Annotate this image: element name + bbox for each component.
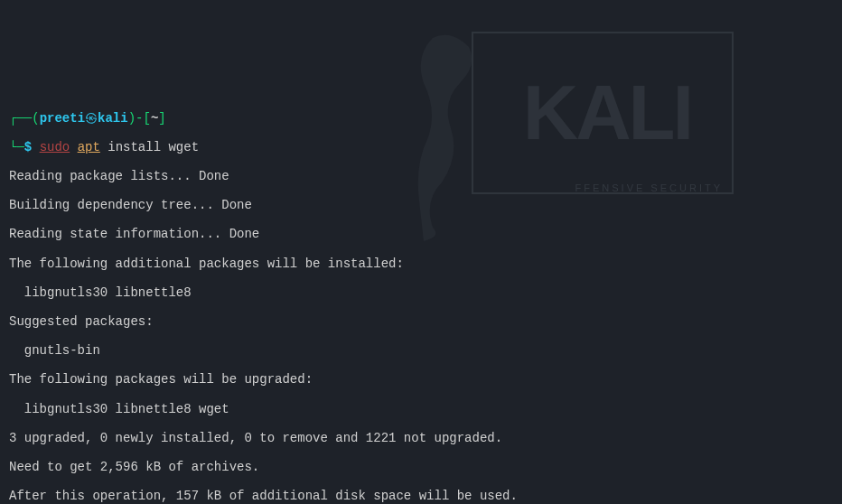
terminal-output[interactable]: ┌──(preeti㉿kali)-[~] └─$ sudo apt instal… (9, 97, 833, 504)
output-line: 3 upgraded, 0 newly installed, 0 to remo… (9, 431, 833, 445)
output-line: After this operation, 157 kB of addition… (9, 489, 833, 503)
prompt-corner-bl: └─ (9, 140, 24, 154)
prompt-user: preeti (40, 111, 85, 126)
output-line: Building dependency tree... Done (9, 198, 833, 212)
prompt-dash-bracket: -[ (136, 111, 151, 126)
prompt-close-paren: ) (128, 111, 136, 126)
output-line: The following additional packages will b… (9, 257, 833, 271)
prompt-close-bracket: ] (158, 111, 165, 126)
output-line: Reading package lists... Done (9, 169, 833, 183)
prompt-line-1: ┌──(preeti㉿kali)-[~] (9, 111, 833, 126)
prompt-dollar: $ (24, 140, 32, 154)
output-line: Suggested packages: (9, 314, 833, 329)
prompt-at-icon: ㉿ (85, 111, 98, 126)
output-line: The following packages will be upgraded: (9, 372, 833, 387)
prompt-host: kali (98, 111, 128, 126)
output-line: gnutls-bin (9, 343, 833, 358)
output-line: Need to get 2,596 kB of archives. (9, 460, 833, 474)
cmd-args: install wget (100, 140, 199, 154)
prompt-line-2: └─$ sudo apt install wget (9, 140, 833, 154)
cmd-sudo: sudo (40, 140, 70, 154)
output-line: libgnutls30 libnettle8 (9, 285, 833, 300)
prompt-corner-tl: ┌── (9, 111, 32, 126)
prompt-open-paren: ( (32, 111, 39, 126)
output-line: libgnutls30 libnettle8 wget (9, 402, 833, 416)
cmd-apt: apt (78, 140, 100, 154)
output-line: Reading state information... Done (9, 227, 833, 241)
